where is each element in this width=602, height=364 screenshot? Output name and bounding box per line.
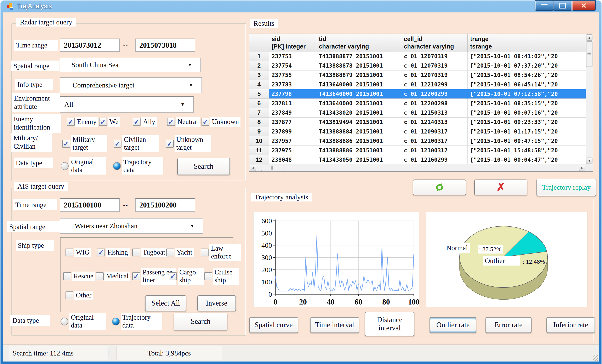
table-cell[interactable]: T413888879 20151001 <box>316 70 401 80</box>
maximize-button[interactable] <box>553 0 572 11</box>
table-cell[interactable]: T413888877 20151001 <box>316 52 401 61</box>
checkbox-item-neutral[interactable]: ✓Neutral <box>167 115 200 128</box>
row-number-cell[interactable]: 11 <box>249 146 269 155</box>
table-cell[interactable]: T413640000 20151001 <box>316 89 401 99</box>
checkbox-yacht[interactable] <box>166 248 174 257</box>
checkbox-item-ally[interactable]: ✓Ally <box>133 115 157 128</box>
ais-spatial-range-select[interactable]: Waters near Zhoushan ▼ <box>60 218 203 234</box>
radar-time-from-input[interactable]: 2015073012 <box>60 39 120 52</box>
table-cell[interactable]: ["2015-10-01 00:47:15","20 <box>468 136 586 146</box>
table-cell[interactable]: 237957 <box>269 136 316 146</box>
row-number-cell[interactable]: 5 <box>249 89 269 99</box>
column-header-rownum[interactable] <box>249 34 269 52</box>
checkbox-unknown[interactable]: ✓ <box>202 118 209 126</box>
distance-interval-button[interactable]: Distance interval <box>365 312 414 336</box>
radio-original-data[interactable] <box>61 162 69 170</box>
radar-search-button[interactable]: Search <box>177 158 230 175</box>
table-cell[interactable]: ["2015-10-01 08:54:26","20 <box>468 70 586 80</box>
table-cell[interactable]: ["2015-10-01 08:41:02","20 <box>468 52 586 61</box>
scroll-down-icon[interactable]: ▼ <box>586 158 592 164</box>
table-cell[interactable]: c 01 12160299 <box>401 155 468 164</box>
table-cell[interactable]: 237877 <box>269 118 316 127</box>
table-cell[interactable]: c 01 12100317 <box>401 146 468 155</box>
table-cell[interactable]: T413888878 20151001 <box>316 61 401 70</box>
checkbox-tugboat[interactable] <box>132 248 140 257</box>
table-row[interactable]: 12238048T413438050 20151001c 01 12160299… <box>249 155 586 164</box>
table-cell[interactable]: ["2015-10-01 00:23:33","20 <box>468 118 586 127</box>
table-cell[interactable]: c 01 12140313 <box>401 118 468 127</box>
row-number-cell[interactable]: 4 <box>249 80 269 89</box>
radio-original-data[interactable] <box>61 318 68 325</box>
checkbox-law-enforce[interactable] <box>201 248 209 257</box>
time-interval-button[interactable]: Time interval <box>310 317 359 333</box>
table-cell[interactable]: ["2015-10-01 01:17:15","20 <box>468 127 586 136</box>
checkbox-item-enemy[interactable]: ✓Enemy <box>67 115 98 128</box>
checkbox-fishing[interactable]: ✓ <box>97 248 105 257</box>
inferior-rate-button[interactable]: Inferior rate <box>547 317 595 333</box>
row-number-cell[interactable]: 10 <box>249 136 269 146</box>
ais-search-button[interactable]: Search <box>174 313 227 331</box>
radar-spatial-range-select[interactable]: South China Sea ▼ <box>60 58 201 72</box>
h-scrollbar-thumb[interactable] <box>261 165 284 171</box>
table-cell[interactable]: 237755 <box>269 70 316 80</box>
table-cell[interactable]: T413888886 20151001 <box>316 136 401 146</box>
table-cell[interactable]: c 01 12070319 <box>401 61 468 70</box>
row-number-cell[interactable]: 6 <box>249 99 269 108</box>
table-cell[interactable]: T413888886 20151001 <box>316 146 401 155</box>
delete-button[interactable]: ✗ <box>474 180 527 195</box>
table-row[interactable]: 7237849T413438020 20151001c 01 12150313[… <box>249 108 586 117</box>
table-cell[interactable]: T413888884 20151001 <box>316 127 401 136</box>
row-number-cell[interactable]: 12 <box>249 155 269 164</box>
row-number-cell[interactable]: 1 <box>249 52 269 61</box>
checkbox-item-fishing[interactable]: ✓Fishing <box>97 242 129 263</box>
checkbox-we[interactable]: ✓ <box>99 118 107 126</box>
scroll-right-icon[interactable]: ► <box>579 165 585 171</box>
table-cell[interactable]: ["2015-10-01 07:12:58","20 <box>468 89 586 99</box>
radar-environment-attribute-select[interactable]: All ▼ <box>60 96 194 113</box>
checkbox-item-rescue[interactable]: Rescue <box>63 264 95 288</box>
select-all-button[interactable]: Select All <box>145 295 186 311</box>
checkbox-medical[interactable] <box>96 272 104 280</box>
checkbox-item-law-enforce[interactable]: Law enforce <box>201 242 241 263</box>
table-cell[interactable]: c 01 12150313 <box>401 108 468 117</box>
checkbox-civilian-target[interactable]: ✓ <box>114 140 121 148</box>
table-cell[interactable]: c 01 12200299 <box>401 89 468 99</box>
checkbox-unknown-target[interactable]: ✓ <box>166 140 174 148</box>
checkbox-item-cargo-ship[interactable]: ✓Cargo ship <box>169 264 204 288</box>
table-cell[interactable]: c 01 12100317 <box>401 136 468 146</box>
column-header-sid[interactable]: sid [PK] integer <box>269 34 316 52</box>
column-header-trange[interactable]: trange tsrange <box>468 34 586 52</box>
checkbox-military-target[interactable]: ✓ <box>62 140 70 148</box>
checkbox-item-unknown[interactable]: ✓Unknown <box>202 115 240 128</box>
checkbox-item-we[interactable]: ✓We <box>99 115 120 128</box>
checkbox-item-wig[interactable]: WIG <box>65 242 91 263</box>
table-cell[interactable]: T413438020 20151001 <box>316 108 401 117</box>
checkbox-item-other[interactable]: Other <box>65 289 93 302</box>
scroll-left-icon[interactable]: ◄ <box>250 165 256 171</box>
table-cell[interactable]: c 01 12200298 <box>401 99 468 108</box>
scroll-up-icon[interactable]: ▲ <box>586 34 592 41</box>
checkbox-item-civilian-target[interactable]: ✓Civilian target <box>114 133 159 154</box>
table-cell[interactable]: 237754 <box>269 61 316 70</box>
spatial-curve-button[interactable]: Spatial curve <box>249 317 298 333</box>
table-row[interactable]: 11237975T413888886 20151001c 01 12100317… <box>249 146 586 155</box>
table-cell[interactable]: 237753 <box>269 52 316 61</box>
table-cell[interactable]: 237798 <box>269 89 316 99</box>
table-row[interactable]: 3237755T413888879 20151001c 01 12070319[… <box>249 70 586 80</box>
radar-info-type-select[interactable]: Comprehensive target ▼ <box>60 77 202 93</box>
table-cell[interactable]: ["2015-10-01 07:37:20","20 <box>468 61 586 70</box>
table-row[interactable]: 10237957T413888886 20151001c 01 12100317… <box>249 136 586 146</box>
row-number-cell[interactable]: 8 <box>249 118 269 127</box>
radar-time-to-input[interactable]: 2015073018 <box>135 39 195 52</box>
vertical-scrollbar[interactable]: ▲ ▼ <box>586 34 593 164</box>
horizontal-scrollbar[interactable]: ◄ ► <box>249 164 586 171</box>
checkbox-rescue[interactable] <box>63 272 71 280</box>
row-number-cell[interactable]: 7 <box>249 108 269 117</box>
inverse-button[interactable]: Inverse <box>197 295 236 311</box>
table-cell[interactable]: ["2015-10-01 15:48:58","20 <box>468 146 586 155</box>
row-number-cell[interactable]: 9 <box>249 127 269 136</box>
table-row[interactable]: 5237798T413640000 20151001c 01 12200299[… <box>249 89 586 99</box>
radio-trajectory-data[interactable] <box>112 318 120 325</box>
checkbox-other[interactable] <box>65 291 73 299</box>
table-cell[interactable]: ["2015-10-01 08:35:15","20 <box>468 99 586 108</box>
